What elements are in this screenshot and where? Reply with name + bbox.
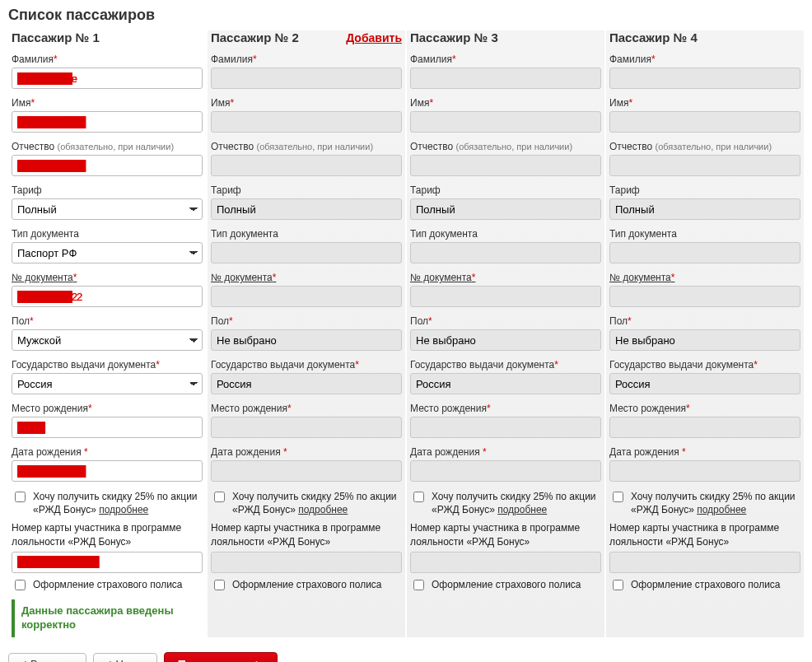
gender-select[interactable]: Не выбрано: [609, 329, 800, 351]
first-name-label: Имя*: [609, 97, 800, 109]
bonus-more-link[interactable]: подробнее: [697, 504, 746, 515]
first-name-input[interactable]: [609, 111, 800, 133]
insurance-checkbox[interactable]: [613, 580, 623, 590]
bonus-more-link[interactable]: подробнее: [497, 504, 547, 515]
passenger-title: Пассажир № 4: [609, 30, 698, 44]
bonus-card-input[interactable]: [609, 552, 800, 573]
birth-date-input[interactable]: [609, 460, 800, 482]
first-name-input[interactable]: [12, 111, 203, 133]
nav-back-label: Назад: [115, 658, 146, 662]
birth-date-label: Дата рождения *: [609, 446, 800, 458]
insurance-checkbox[interactable]: [413, 580, 424, 590]
doc-type-label: Тип документа: [410, 228, 601, 240]
doc-type-select[interactable]: [410, 242, 601, 263]
tariff-select[interactable]: Полный: [211, 198, 402, 220]
last-name-input[interactable]: [609, 68, 800, 89]
issue-country-label: Государство выдачи документа*: [410, 359, 601, 371]
bonus-discount-checkbox[interactable]: [613, 492, 623, 502]
birth-place-input[interactable]: [12, 417, 203, 438]
birth-place-label: Место рождения*: [410, 403, 601, 414]
issue-country-label: Государство выдачи документа*: [211, 359, 402, 371]
doc-num-label: № документа*: [410, 272, 601, 283]
middle-name-input[interactable]: [410, 155, 601, 176]
gender-select[interactable]: Не выбрано: [410, 329, 601, 351]
passenger-title: Пассажир № 2: [211, 30, 299, 44]
middle-name-label: Отчество (обязательно, при наличии): [12, 141, 203, 152]
last-name-input[interactable]: [12, 68, 203, 89]
last-name-label: Фамилия*: [410, 54, 601, 65]
add-passenger-link[interactable]: Добавить: [346, 31, 402, 44]
birth-date-input[interactable]: [211, 460, 402, 482]
doc-num-label: № документа*: [211, 272, 402, 283]
doc-num-input[interactable]: [211, 286, 402, 307]
bonus-card-input[interactable]: [12, 552, 203, 573]
tariff-select[interactable]: Полный: [12, 198, 203, 220]
passenger-column-4: Пассажир № 4Фамилия*Имя*Отчество (обязат…: [606, 30, 804, 637]
nav-back-button[interactable]: ◀ Назад: [93, 653, 156, 662]
doc-num-input[interactable]: [12, 286, 203, 307]
tariff-label: Тариф: [410, 184, 601, 196]
doc-type-select[interactable]: [211, 242, 402, 263]
tariff-label: Тариф: [609, 184, 800, 196]
doc-num-input[interactable]: [609, 286, 800, 307]
middle-name-input[interactable]: [12, 155, 203, 176]
issue-country-select[interactable]: Россия: [609, 373, 800, 394]
last-name-input[interactable]: [211, 68, 402, 89]
bonus-discount-checkbox[interactable]: [15, 492, 26, 502]
birth-place-label: Место рождения*: [211, 403, 402, 414]
doc-type-label: Тип документа: [609, 228, 800, 240]
issue-country-select[interactable]: Россия: [410, 373, 601, 394]
birth-date-label: Дата рождения *: [12, 446, 203, 458]
first-name-label: Имя*: [12, 97, 203, 109]
doc-num-input[interactable]: [410, 286, 601, 307]
issue-country-label: Государство выдачи документа*: [12, 359, 203, 371]
last-name-input[interactable]: [410, 68, 601, 89]
doc-type-select[interactable]: Паспорт РФ: [12, 242, 203, 263]
first-name-label: Имя*: [211, 97, 402, 109]
gender-label: Пол*: [12, 315, 203, 327]
bonus-more-link[interactable]: подробнее: [99, 504, 148, 515]
middle-name-input[interactable]: [609, 155, 800, 176]
insurance-label: Оформление страхового полиса: [33, 578, 183, 591]
bonus-card-input[interactable]: [410, 552, 601, 573]
bonus-discount-checkbox[interactable]: [214, 492, 225, 502]
insurance-label: Оформление страхового полиса: [631, 578, 781, 591]
bonus-card-input[interactable]: [211, 552, 402, 573]
insurance-checkbox[interactable]: [214, 580, 225, 590]
nav-start-button[interactable]: ◀ В начало: [8, 653, 86, 662]
birth-date-label: Дата рождения *: [410, 446, 601, 458]
first-name-input[interactable]: [410, 111, 601, 133]
birth-place-input[interactable]: [410, 417, 601, 438]
issue-country-select[interactable]: Россия: [12, 373, 203, 394]
bonus-discount-label: Хочу получить скидку 25% по акции «РЖД Б…: [33, 490, 203, 516]
valid-message: Данные пассажира введены корректно: [12, 599, 203, 637]
insurance-label: Оформление страхового полиса: [232, 578, 382, 591]
issue-country-select[interactable]: Россия: [211, 373, 402, 394]
nav-continue-button[interactable]: Продолжить ▶: [164, 652, 278, 662]
bonus-more-link[interactable]: подробнее: [298, 504, 348, 515]
middle-name-input[interactable]: [211, 155, 402, 176]
tariff-select[interactable]: Полный: [410, 198, 601, 220]
passenger-title: Пассажир № 3: [410, 30, 498, 44]
birth-place-label: Место рождения*: [12, 403, 203, 414]
birth-place-label: Место рождения*: [609, 403, 800, 414]
gender-select[interactable]: Мужской: [12, 329, 203, 351]
doc-type-select[interactable]: [609, 242, 800, 263]
bonus-card-label: Номер карты участника в программе лояльн…: [410, 521, 601, 548]
bonus-discount-label: Хочу получить скидку 25% по акции «РЖД Б…: [631, 490, 800, 516]
bonus-discount-label: Хочу получить скидку 25% по акции «РЖД Б…: [232, 490, 402, 516]
tariff-select[interactable]: Полный: [609, 198, 800, 220]
birth-date-input[interactable]: [410, 460, 601, 482]
birth-place-input[interactable]: [609, 417, 800, 438]
nav-bar: ◀ В начало ◀ Назад Продолжить ▶: [8, 652, 804, 662]
doc-type-label: Тип документа: [12, 228, 203, 240]
insurance-checkbox[interactable]: [15, 580, 26, 590]
bonus-discount-checkbox[interactable]: [413, 492, 424, 502]
passenger-column-3: Пассажир № 3Фамилия*Имя*Отчество (обязат…: [407, 30, 604, 637]
birth-place-input[interactable]: [211, 417, 402, 438]
first-name-input[interactable]: [211, 111, 402, 133]
bonus-card-label: Номер карты участника в программе лояльн…: [609, 521, 800, 548]
birth-date-input[interactable]: [12, 460, 203, 482]
gender-select[interactable]: Не выбрано: [211, 329, 402, 351]
gender-label: Пол*: [211, 315, 402, 327]
